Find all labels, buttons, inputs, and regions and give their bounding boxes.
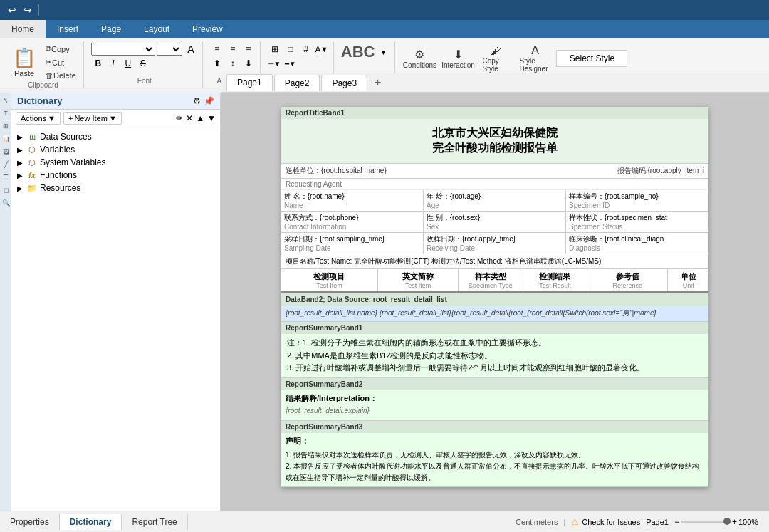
report-canvas: ReportTitleBand1 北京市大兴区妇幼保健院 完全叶酸功能检测报告单… (281, 107, 708, 487)
strikethrough-button[interactable]: S (136, 57, 150, 70)
band-tool-icon[interactable]: ☰ (1, 172, 11, 182)
undo-icon[interactable]: ↩ (6, 4, 19, 16)
edit-icon[interactable]: ✏ (176, 113, 183, 123)
tab-report-tree[interactable]: Report Tree (122, 514, 187, 530)
tree-item-functions[interactable]: ▶ fx Functions (11, 169, 220, 182)
patient-fields-1: 姓 名：{root.name} Name 年 龄：{root.age} Age … (281, 190, 708, 212)
summary-band-2-label: ReportSummaryBand2 (281, 378, 708, 390)
select-style-button[interactable]: Select Style (556, 50, 627, 67)
clipboard-buttons: 📋 Paste ⧉ Copy ✂ Cut 🗑 Delete (7, 43, 79, 81)
border-width-button[interactable]: ━▼ (283, 57, 298, 70)
check-issues-button[interactable]: ⚠ Check for Issues (571, 517, 640, 527)
align-bottom-button[interactable]: ⬇ (241, 57, 256, 70)
tab-page[interactable]: Page (90, 20, 132, 38)
zoom-slider[interactable] (681, 521, 731, 523)
copy-icon: ⧉ (46, 44, 51, 53)
sidebar-header: Dictionary ⚙ 📌 (11, 93, 220, 110)
abc-icon: ABC (341, 43, 375, 61)
style-designer-button[interactable]: A Style Designer (516, 43, 553, 74)
border-inner-button[interactable]: # (299, 43, 313, 56)
move-up-icon[interactable]: ▲ (196, 113, 204, 123)
tree-label-data-sources: Data Sources (40, 132, 92, 142)
tree-item-data-sources[interactable]: ▶ ⊞ Data Sources (11, 130, 220, 143)
header-en-1: Test Item (381, 282, 455, 289)
table-header-row: 检测项目 Test Item 英文简称 Test Item 样本类型 Speci… (281, 269, 708, 293)
tab-preview[interactable]: Preview (181, 20, 234, 38)
image-tool-icon[interactable]: 🖼 (1, 147, 11, 157)
border-all-button[interactable]: ⊞ (268, 43, 282, 56)
receiving-date-field: 收样日期：{root.apply_time} Receiving Date (424, 233, 566, 254)
note-3: 3. 开始进行叶酸增补或调整增补剂量后一般需要等待2个月以上时间才能观察到红细胞… (287, 362, 703, 375)
header-cell-4: 参考值 Reference (587, 269, 668, 291)
tab-dictionary[interactable]: Dictionary (60, 514, 122, 530)
redo-icon[interactable]: ↪ (21, 4, 34, 16)
zoom-icon[interactable]: 🔍 (1, 198, 11, 208)
page-tab-1[interactable]: Page1 (226, 74, 273, 91)
page-tab-2[interactable]: Page2 (274, 75, 320, 91)
table-tool-icon[interactable]: ⊞ (1, 121, 11, 131)
tab-insert[interactable]: Insert (46, 20, 90, 38)
menu-bar: ↩ ↪ (0, 0, 769, 20)
sidebar-pin-icon[interactable]: 📌 (204, 96, 214, 106)
chart-tool-icon[interactable]: 📊 (1, 134, 11, 144)
text-tool-icon[interactable]: T (1, 108, 11, 118)
font-size-select[interactable] (157, 43, 182, 56)
page-tab-3[interactable]: Page3 (321, 75, 367, 91)
align-center-button[interactable]: ≡ (226, 43, 240, 56)
tab-layout[interactable]: Layout (132, 20, 181, 38)
zoom-out-button[interactable]: − (674, 517, 679, 527)
text-format-expand[interactable]: ▼ (376, 46, 390, 58)
interaction-button[interactable]: ⬇ Interaction (439, 46, 476, 71)
border-style-button[interactable]: ─▼ (268, 57, 282, 70)
copy-button[interactable]: ⧉ Copy (43, 43, 79, 55)
copy-style-button[interactable]: 🖌 Copy Style (479, 43, 513, 74)
diagnosis-cn: 临床诊断：{root.clinical_diagn (569, 234, 706, 244)
font-color-button[interactable]: A (184, 43, 198, 56)
align-left-button[interactable]: ≡ (210, 43, 224, 56)
divider (38, 4, 39, 16)
tab-properties[interactable]: Properties (0, 514, 60, 530)
diagnosis-field: 临床诊断：{root.clinical_diagn Diagnosis (566, 233, 708, 254)
font-format-buttons: B I U S (91, 57, 198, 70)
note-1: 注：1. 检测分子为维生素在细胞内的辅酶形态或在血浆中的主要循环形态。 (287, 337, 703, 350)
header-cn-4: 参考值 (590, 271, 664, 282)
actions-button[interactable]: Actions ▼ (16, 112, 61, 125)
align-top-button[interactable]: ⬆ (210, 57, 224, 70)
shape-tool-icon[interactable]: ◻ (1, 185, 11, 195)
tree-item-resources[interactable]: ▶ 📁 Resources (11, 182, 220, 194)
add-page-button[interactable]: + (369, 75, 387, 90)
hospital-row: 送检单位：{root.hospital_name} 报告编码:{root.app… (281, 164, 708, 179)
cut-button[interactable]: ✂ Cut (43, 56, 79, 68)
line-tool-icon[interactable]: ╱ (1, 160, 11, 169)
conditions-button[interactable]: ⚙ Conditions (402, 46, 436, 71)
cursor-icon[interactable]: ↖ (1, 95, 11, 105)
page-info-label: Page1 (646, 518, 669, 526)
paste-button[interactable]: 📋 Paste (7, 44, 41, 80)
underline-button[interactable]: U (121, 57, 135, 70)
move-down-icon[interactable]: ▼ (207, 113, 216, 123)
clipboard-group: 📋 Paste ⧉ Copy ✂ Cut 🗑 Delete Clipboard (3, 41, 84, 88)
align-middle-button[interactable]: ↕ (226, 57, 240, 70)
tab-home[interactable]: Home (0, 20, 46, 38)
delete-button[interactable]: 🗑 Delete (43, 70, 79, 81)
centimeters-label[interactable]: Centimeters (516, 518, 558, 526)
align-right-button[interactable]: ≡ (241, 43, 256, 56)
border-outer-button[interactable]: □ (283, 43, 298, 56)
functions-icon: fx (26, 170, 38, 180)
zoom-in-button[interactable]: + (732, 517, 737, 527)
interaction-icon: ⬇ (454, 48, 463, 61)
font-family-select[interactable] (91, 43, 155, 56)
fill-color-button[interactable]: A▼ (315, 43, 329, 56)
patient-fields-2: 联系方式：{root.phone} Contact Information 性 … (281, 212, 708, 233)
sidebar-settings-icon[interactable]: ⚙ (193, 96, 201, 106)
bold-button[interactable]: B (91, 57, 105, 70)
tree-item-system-variables[interactable]: ▶ ⬡ System Variables (11, 156, 220, 169)
declaration-note-2: 2. 本报告反应了受检者体内叶酸代谢功能水平以及普通人群正常值分布，不直接提示患… (286, 461, 704, 484)
italic-button[interactable]: I (106, 57, 120, 70)
cut-icon: ✂ (46, 58, 52, 67)
delete-tree-icon[interactable]: ✕ (186, 113, 193, 123)
header-cn-0: 检测项目 (284, 271, 375, 282)
tree-label-system-variables: System Variables (40, 157, 105, 167)
tree-item-variables[interactable]: ▶ ⬡ Variables (11, 143, 220, 156)
new-item-button[interactable]: + New Item ▼ (63, 112, 122, 125)
